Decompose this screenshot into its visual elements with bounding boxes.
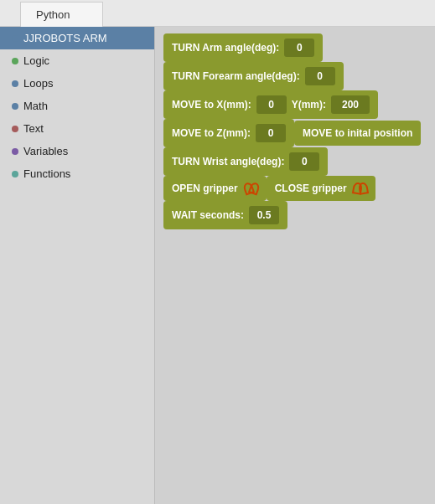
main-content: JJROBOTS ARMLogicLoopsMathTextVariablesF… <box>0 27 435 504</box>
sidebar-item-functions[interactable]: Functions <box>0 162 154 185</box>
block-label: MOVE to X(mm): <box>172 99 251 111</box>
gripper-open-icon <box>243 181 258 196</box>
sidebar-item-label: Math <box>23 100 48 112</box>
sidebar-item-variables[interactable]: Variables <box>0 140 154 162</box>
block-input-value[interactable] <box>249 206 279 224</box>
sidebar-item-jjrobots-arm[interactable]: JJROBOTS ARM <box>0 27 154 49</box>
block-close-gripper[interactable]: CLOSE gripper <box>267 176 375 201</box>
block-label: WAIT seconds: <box>172 209 244 221</box>
sidebar-item-math[interactable]: Math <box>0 95 154 117</box>
block-input-value[interactable] <box>256 124 286 142</box>
block-turn-forearm[interactable]: TURN Forearm angle(deg): <box>163 62 344 90</box>
block-turn-wrist[interactable]: TURN Wrist angle(deg): <box>163 147 328 176</box>
sidebar-list: JJROBOTS ARMLogicLoopsMathTextVariablesF… <box>0 27 154 185</box>
header: JavaScriptPythonXML <box>0 0 435 27</box>
block-input-y[interactable] <box>331 95 370 114</box>
sidebar-color-indicator <box>12 171 18 177</box>
tab-python[interactable]: Python <box>20 2 103 27</box>
block-move-initial[interactable]: MOVE to inital position <box>294 121 421 146</box>
sidebar-item-label: Functions <box>23 167 70 180</box>
sidebar-item-label: Loops <box>23 77 53 90</box>
block-label: OPEN gripper <box>172 183 238 194</box>
blocks-container: TURN Arm angle(deg): TURN Forearm angle(… <box>163 33 427 229</box>
sidebar-color-indicator <box>12 58 18 64</box>
sidebar-color-indicator <box>12 35 18 42</box>
block-input-x[interactable] <box>256 95 287 114</box>
sidebar-color-indicator <box>12 103 18 110</box>
gripper-close-icon <box>352 181 367 196</box>
sidebar-item-label: JJROBOTS ARM <box>23 32 107 44</box>
sidebar-item-label: Logic <box>23 54 49 67</box>
sidebar-item-label: Text <box>23 122 44 135</box>
block-open-gripper[interactable]: OPEN gripper <box>163 176 267 201</box>
sidebar-item-logic[interactable]: Logic <box>0 49 154 72</box>
block-label: TURN Wrist angle(deg): <box>172 156 284 167</box>
block-wait[interactable]: WAIT seconds: <box>163 201 287 229</box>
block-input-value[interactable] <box>284 39 314 57</box>
sidebar-item-loops[interactable]: Loops <box>0 72 154 95</box>
sidebar: JJROBOTS ARMLogicLoopsMathTextVariablesF… <box>0 27 155 504</box>
block-label: MOVE to Z(mm): <box>172 127 251 139</box>
sidebar-item-text[interactable]: Text <box>0 117 154 140</box>
sidebar-color-indicator <box>12 148 18 155</box>
block-move-xy[interactable]: MOVE to X(mm): Y(mm): <box>163 90 378 119</box>
block-label: MOVE to inital position <box>303 127 412 139</box>
blocks-area: TURN Arm angle(deg): TURN Forearm angle(… <box>155 27 435 504</box>
sidebar-color-indicator <box>12 80 18 87</box>
block-input-value[interactable] <box>289 152 319 171</box>
block-label2: Y(mm): <box>292 99 326 111</box>
sidebar-item-label: Variables <box>23 145 68 157</box>
sidebar-color-indicator <box>12 126 18 132</box>
block-label: TURN Arm angle(deg): <box>172 42 279 54</box>
block-label: CLOSE gripper <box>275 183 347 194</box>
block-input-value[interactable] <box>305 67 335 85</box>
block-turn-arm[interactable]: TURN Arm angle(deg): <box>163 33 323 62</box>
block-move-z[interactable]: MOVE to Z(mm): <box>163 119 294 147</box>
block-label: TURN Forearm angle(deg): <box>172 70 300 82</box>
